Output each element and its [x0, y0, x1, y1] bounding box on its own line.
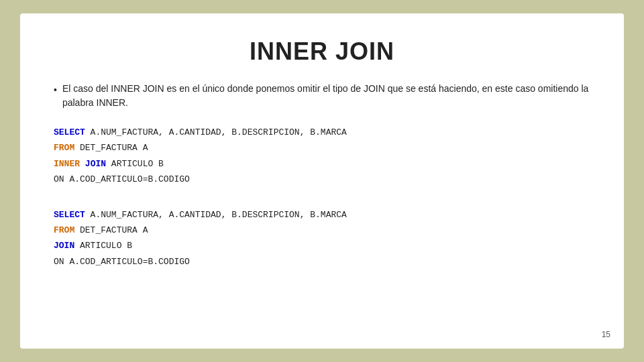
code-rest-6: DET_FACTURA A [74, 225, 148, 235]
kw-join-2: JOIN [54, 241, 74, 251]
code-block-1: SELECT A.NUM_FACTURA, A.CANTIDAD, B.DESC… [54, 125, 590, 188]
code-line-5: SELECT A.NUM_FACTURA, A.CANTIDAD, B.DESC… [54, 207, 590, 223]
code-rest-1: A.NUM_FACTURA, A.CANTIDAD, B.DESCRIPCION… [85, 127, 347, 137]
kw-from-1: FROM [54, 143, 74, 153]
code-rest-4: A.COD_ARTICULO=B.CODIGO [64, 174, 190, 184]
slide-title: INNER JOIN [54, 38, 590, 66]
kw-inner-1: INNER [54, 159, 80, 169]
code-line-4: ON A.COD_ARTICULO=B.CODIGO [54, 172, 590, 187]
code-rest-8: A.COD_ARTICULO=B.CODIGO [64, 257, 190, 267]
code-line-7: JOIN ARTICULO B [54, 238, 590, 253]
bullet-item: • El caso del INNER JOIN es en el único … [54, 82, 590, 110]
kw-select-2: SELECT [54, 210, 85, 220]
slide: INNER JOIN • El caso del INNER JOIN es e… [20, 13, 624, 349]
code-block-2: SELECT A.NUM_FACTURA, A.CANTIDAD, B.DESC… [54, 207, 590, 270]
kw-from-2: FROM [54, 225, 74, 235]
code-rest-2: DET_FACTURA A [74, 143, 148, 153]
code-rest-5: A.NUM_FACTURA, A.CANTIDAD, B.DESCRIPCION… [85, 210, 347, 220]
kw-on-1: ON [54, 174, 64, 184]
kw-select-1: SELECT [54, 127, 85, 137]
code-line-8: ON A.COD_ARTICULO=B.CODIGO [54, 254, 590, 269]
code-line-1: SELECT A.NUM_FACTURA, A.CANTIDAD, B.DESC… [54, 125, 590, 140]
bullet-section: • El caso del INNER JOIN es en el único … [54, 82, 590, 110]
code-line-6: FROM DET_FACTURA A [54, 223, 590, 238]
page-number: 15 [602, 330, 610, 339]
bullet-text: El caso del INNER JOIN es en el único do… [62, 82, 590, 110]
code-line-2: FROM DET_FACTURA A [54, 140, 590, 156]
bullet-dot: • [54, 83, 57, 97]
kw-on-2: ON [54, 257, 64, 267]
code-line-3: INNER JOIN ARTICULO B [54, 156, 590, 172]
code-rest-3: ARTICULO B [106, 159, 164, 169]
divider [54, 200, 590, 200]
code-rest-7: ARTICULO B [74, 241, 132, 251]
kw-join-1: JOIN [85, 159, 106, 169]
